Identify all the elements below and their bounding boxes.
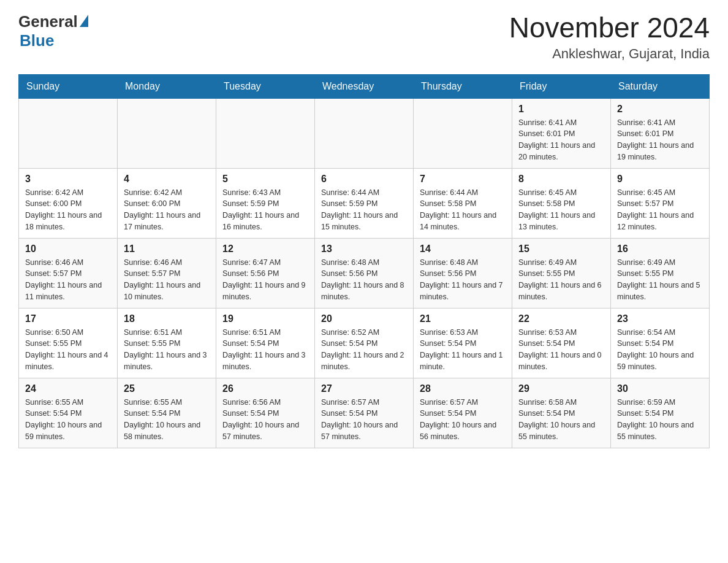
calendar-week-row: 3Sunrise: 6:42 AMSunset: 6:00 PMDaylight… <box>19 168 710 238</box>
day-info: Sunrise: 6:56 AMSunset: 5:54 PMDaylight:… <box>222 397 308 443</box>
calendar-header-row: SundayMondayTuesdayWednesdayThursdayFrid… <box>19 74 710 98</box>
day-number: 14 <box>420 243 506 255</box>
calendar-cell: 22Sunrise: 6:53 AMSunset: 5:54 PMDayligh… <box>512 308 611 378</box>
calendar-cell: 20Sunrise: 6:52 AMSunset: 5:54 PMDayligh… <box>315 308 414 378</box>
day-info: Sunrise: 6:49 AMSunset: 5:55 PMDaylight:… <box>518 257 604 303</box>
calendar-cell <box>315 98 414 168</box>
day-number: 3 <box>25 174 111 185</box>
page-header: General Blue November 2024 Ankleshwar, G… <box>18 12 710 62</box>
day-number: 9 <box>617 174 703 185</box>
calendar-cell: 7Sunrise: 6:44 AMSunset: 5:58 PMDaylight… <box>414 168 512 238</box>
calendar-cell: 16Sunrise: 6:49 AMSunset: 5:55 PMDayligh… <box>611 238 710 308</box>
calendar-cell: 11Sunrise: 6:46 AMSunset: 5:57 PMDayligh… <box>118 238 216 308</box>
calendar-cell: 2Sunrise: 6:41 AMSunset: 6:01 PMDaylight… <box>611 98 710 168</box>
day-number: 22 <box>518 313 604 324</box>
calendar-cell: 23Sunrise: 6:54 AMSunset: 5:54 PMDayligh… <box>611 308 710 378</box>
day-info: Sunrise: 6:57 AMSunset: 5:54 PMDaylight:… <box>321 397 407 443</box>
calendar-cell: 12Sunrise: 6:47 AMSunset: 5:56 PMDayligh… <box>216 238 315 308</box>
title-section: November 2024 Ankleshwar, Gujarat, India <box>509 12 710 62</box>
calendar-cell: 15Sunrise: 6:49 AMSunset: 5:55 PMDayligh… <box>512 238 611 308</box>
day-info: Sunrise: 6:48 AMSunset: 5:56 PMDaylight:… <box>321 257 407 303</box>
day-number: 12 <box>222 243 308 255</box>
day-number: 6 <box>321 174 407 185</box>
day-info: Sunrise: 6:54 AMSunset: 5:54 PMDaylight:… <box>617 327 703 373</box>
day-info: Sunrise: 6:55 AMSunset: 5:54 PMDaylight:… <box>25 397 111 443</box>
day-number: 27 <box>321 383 407 394</box>
day-info: Sunrise: 6:45 AMSunset: 5:58 PMDaylight:… <box>518 187 604 233</box>
location-text: Ankleshwar, Gujarat, India <box>509 46 710 62</box>
calendar-cell: 28Sunrise: 6:57 AMSunset: 5:54 PMDayligh… <box>414 378 512 448</box>
day-number: 24 <box>25 383 111 394</box>
column-header-tuesday: Tuesday <box>216 74 315 98</box>
calendar-cell: 24Sunrise: 6:55 AMSunset: 5:54 PMDayligh… <box>19 378 118 448</box>
column-header-monday: Monday <box>118 74 216 98</box>
day-info: Sunrise: 6:53 AMSunset: 5:54 PMDaylight:… <box>420 327 506 373</box>
calendar-cell: 1Sunrise: 6:41 AMSunset: 6:01 PMDaylight… <box>512 98 611 168</box>
day-info: Sunrise: 6:52 AMSunset: 5:54 PMDaylight:… <box>321 327 407 373</box>
calendar-cell: 14Sunrise: 6:48 AMSunset: 5:56 PMDayligh… <box>414 238 512 308</box>
day-info: Sunrise: 6:46 AMSunset: 5:57 PMDaylight:… <box>124 257 210 303</box>
calendar-cell: 5Sunrise: 6:43 AMSunset: 5:59 PMDaylight… <box>216 168 315 238</box>
logo: General Blue <box>18 12 88 50</box>
day-number: 26 <box>222 383 308 394</box>
month-title: November 2024 <box>509 12 710 44</box>
day-info: Sunrise: 6:44 AMSunset: 5:58 PMDaylight:… <box>420 187 506 233</box>
calendar-cell <box>19 98 118 168</box>
day-info: Sunrise: 6:45 AMSunset: 5:57 PMDaylight:… <box>617 187 703 233</box>
day-number: 17 <box>25 313 111 324</box>
day-info: Sunrise: 6:42 AMSunset: 6:00 PMDaylight:… <box>25 187 111 233</box>
day-number: 30 <box>617 383 703 394</box>
calendar-cell: 4Sunrise: 6:42 AMSunset: 6:00 PMDaylight… <box>118 168 216 238</box>
day-info: Sunrise: 6:48 AMSunset: 5:56 PMDaylight:… <box>420 257 506 303</box>
column-header-thursday: Thursday <box>414 74 512 98</box>
calendar-cell: 19Sunrise: 6:51 AMSunset: 5:54 PMDayligh… <box>216 308 315 378</box>
day-info: Sunrise: 6:51 AMSunset: 5:55 PMDaylight:… <box>124 327 210 373</box>
calendar-cell: 17Sunrise: 6:50 AMSunset: 5:55 PMDayligh… <box>19 308 118 378</box>
logo-general-text: General <box>18 12 78 31</box>
calendar-cell <box>414 98 512 168</box>
day-number: 29 <box>518 383 604 394</box>
calendar-cell: 13Sunrise: 6:48 AMSunset: 5:56 PMDayligh… <box>315 238 414 308</box>
day-info: Sunrise: 6:58 AMSunset: 5:54 PMDaylight:… <box>518 397 604 443</box>
day-number: 11 <box>124 243 210 255</box>
day-number: 21 <box>420 313 506 324</box>
column-header-wednesday: Wednesday <box>315 74 414 98</box>
day-number: 7 <box>420 174 506 185</box>
day-info: Sunrise: 6:41 AMSunset: 6:01 PMDaylight:… <box>617 117 703 163</box>
calendar-cell <box>216 98 315 168</box>
day-number: 16 <box>617 243 703 255</box>
day-number: 1 <box>518 104 604 115</box>
day-number: 15 <box>518 243 604 255</box>
column-header-friday: Friday <box>512 74 611 98</box>
calendar-cell: 27Sunrise: 6:57 AMSunset: 5:54 PMDayligh… <box>315 378 414 448</box>
calendar-week-row: 17Sunrise: 6:50 AMSunset: 5:55 PMDayligh… <box>19 308 710 378</box>
day-info: Sunrise: 6:49 AMSunset: 5:55 PMDaylight:… <box>617 257 703 303</box>
day-number: 10 <box>25 243 111 255</box>
day-info: Sunrise: 6:43 AMSunset: 5:59 PMDaylight:… <box>222 187 308 233</box>
day-number: 25 <box>124 383 210 394</box>
calendar-cell: 25Sunrise: 6:55 AMSunset: 5:54 PMDayligh… <box>118 378 216 448</box>
calendar-cell: 21Sunrise: 6:53 AMSunset: 5:54 PMDayligh… <box>414 308 512 378</box>
day-number: 23 <box>617 313 703 324</box>
calendar-cell: 26Sunrise: 6:56 AMSunset: 5:54 PMDayligh… <box>216 378 315 448</box>
day-number: 13 <box>321 243 407 255</box>
day-number: 20 <box>321 313 407 324</box>
logo-blue-text: Blue <box>20 31 88 50</box>
day-info: Sunrise: 6:51 AMSunset: 5:54 PMDaylight:… <box>222 327 308 373</box>
calendar-cell: 30Sunrise: 6:59 AMSunset: 5:54 PMDayligh… <box>611 378 710 448</box>
logo-triangle-icon <box>80 15 88 27</box>
day-number: 5 <box>222 174 308 185</box>
calendar-week-row: 24Sunrise: 6:55 AMSunset: 5:54 PMDayligh… <box>19 378 710 448</box>
calendar-week-row: 1Sunrise: 6:41 AMSunset: 6:01 PMDaylight… <box>19 98 710 168</box>
day-number: 19 <box>222 313 308 324</box>
day-info: Sunrise: 6:55 AMSunset: 5:54 PMDaylight:… <box>124 397 210 443</box>
day-info: Sunrise: 6:41 AMSunset: 6:01 PMDaylight:… <box>518 117 604 163</box>
calendar-table: SundayMondayTuesdayWednesdayThursdayFrid… <box>18 74 710 448</box>
day-info: Sunrise: 6:57 AMSunset: 5:54 PMDaylight:… <box>420 397 506 443</box>
day-number: 4 <box>124 174 210 185</box>
column-header-sunday: Sunday <box>19 74 118 98</box>
calendar-cell: 29Sunrise: 6:58 AMSunset: 5:54 PMDayligh… <box>512 378 611 448</box>
day-info: Sunrise: 6:42 AMSunset: 6:00 PMDaylight:… <box>124 187 210 233</box>
day-info: Sunrise: 6:59 AMSunset: 5:54 PMDaylight:… <box>617 397 703 443</box>
calendar-cell: 6Sunrise: 6:44 AMSunset: 5:59 PMDaylight… <box>315 168 414 238</box>
